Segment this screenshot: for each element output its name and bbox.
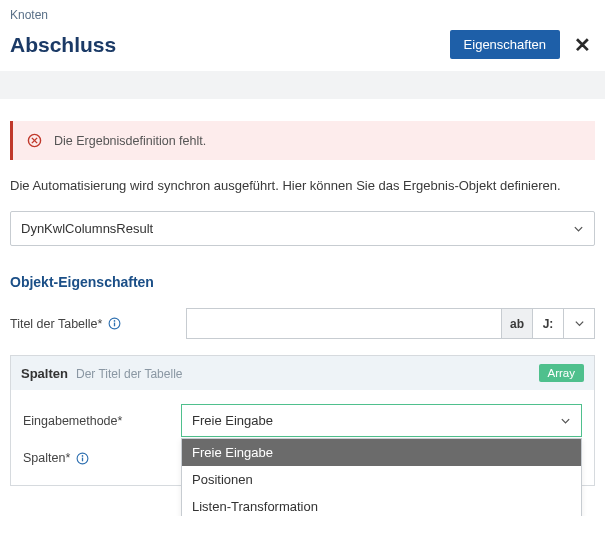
chevron-down-icon (574, 318, 585, 329)
table-title-label: Titel der Tabelle* (10, 317, 180, 331)
svg-rect-5 (114, 323, 115, 327)
page-title: Abschluss (10, 33, 116, 57)
input-method-dropdown: Freie Eingabe Positionen Listen-Transfor… (181, 438, 582, 516)
ab-button[interactable]: ab (502, 308, 533, 339)
chevron-down-icon (560, 415, 571, 426)
columns-panel-header: Spalten Der Titel der Tabelle Array (11, 356, 594, 390)
svg-point-7 (82, 455, 84, 457)
info-icon[interactable] (108, 317, 121, 330)
columns-panel-title: Spalten (21, 366, 68, 381)
svg-point-4 (114, 320, 116, 322)
description-text: Die Automatisierung wird synchron ausgef… (10, 178, 595, 193)
object-properties-heading: Objekt-Eigenschaften (10, 274, 595, 290)
chevron-down-icon (573, 223, 584, 234)
columns-field-label: Spalten* (23, 451, 181, 465)
error-message: Die Ergebnisdefinition fehlt. (54, 134, 206, 148)
info-icon[interactable] (76, 452, 89, 465)
columns-panel: Spalten Der Titel der Tabelle Array Eing… (10, 355, 595, 486)
input-method-row: Eingabemethode* Freie Eingabe Freie Eing… (23, 404, 582, 437)
input-method-select[interactable]: Freie Eingabe (181, 404, 582, 437)
input-method-label: Eingabemethode* (23, 414, 181, 428)
toolbar-band (0, 71, 605, 99)
columns-panel-subtitle: Der Titel der Tabelle (76, 367, 183, 381)
input-chevron-button[interactable] (564, 308, 595, 339)
result-type-select[interactable]: DynKwlColumnsResult (10, 211, 595, 246)
input-method-value: Freie Eingabe (192, 413, 273, 428)
dropdown-option[interactable]: Listen-Transformation (182, 493, 581, 516)
properties-button[interactable]: Eigenschaften (450, 30, 560, 59)
dropdown-option[interactable]: Freie Eingabe (182, 439, 581, 466)
dropdown-option[interactable]: Positionen (182, 466, 581, 493)
table-title-input[interactable] (186, 308, 502, 339)
error-icon (27, 133, 42, 148)
js-button[interactable]: J: (533, 308, 564, 339)
result-type-value: DynKwlColumnsResult (21, 221, 153, 236)
error-alert: Die Ergebnisdefinition fehlt. (10, 121, 595, 160)
table-title-row: Titel der Tabelle* ab J: (10, 308, 595, 339)
breadcrumb[interactable]: Knoten (10, 8, 595, 22)
close-icon[interactable]: ✕ (570, 33, 595, 57)
svg-rect-8 (82, 457, 83, 461)
header: Abschluss Eigenschaften ✕ (10, 30, 595, 59)
array-tag: Array (539, 364, 584, 382)
